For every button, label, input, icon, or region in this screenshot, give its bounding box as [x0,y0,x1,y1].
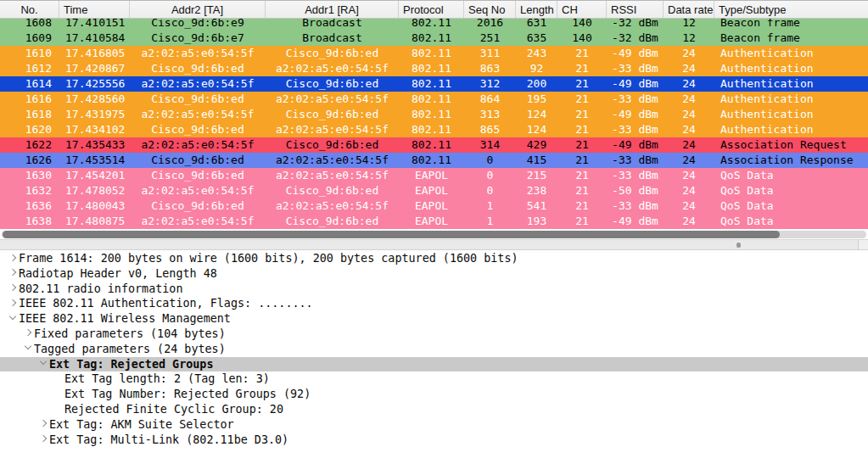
tree-item[interactable]: IEEE 802.11 Wireless Management [0,311,868,327]
column-header-ch[interactable]: CH [557,1,607,18]
cell-type-subtype: Beacon frame [714,31,868,46]
cell-no: 1608 [0,19,59,31]
tree-item[interactable]: Ext Tag length: 2 (Tag len: 3) [0,371,868,387]
cell-time: 17.454201 [59,168,130,183]
cell-data-rate: 24 [664,122,714,137]
cell-protocol: EAPOL [399,198,464,214]
column-header-time[interactable]: Time [59,1,130,18]
splitter-handle-icon[interactable] [736,243,741,248]
tree-item[interactable]: Ext Tag: AKM Suite Selector [0,417,868,433]
scrollbar-thumb[interactable] [3,231,780,238]
chevron-right-icon[interactable] [37,419,49,427]
tree-item-label: Rejected Finite Cyclic Group: 20 [64,403,283,416]
column-header-addr2-ta[interactable]: Addr2 [TA] [130,1,266,18]
chevron-down-icon[interactable] [37,359,49,367]
packet-row-1609[interactable]: 160917.410584Cisco_9d:6b:e7Broadcast802.… [0,31,868,46]
cell-ch: 21 [557,122,607,137]
cell-no: 1612 [0,61,59,76]
chevron-right-icon[interactable] [7,268,19,276]
packet-row-1608[interactable]: 160817.410151Cisco_9d:6b:e9Broadcast802.… [0,19,868,31]
column-header-data-rate[interactable]: Data rate [664,1,714,18]
tree-item-label: Tagged parameters (24 bytes) [34,343,226,355]
cell-addr2-ta: Cisco_9d:6b:ed [130,198,266,214]
chevron-right-icon[interactable] [7,254,19,262]
pane-splitter[interactable] [0,239,868,250]
packet-list-rows: 160817.410151Cisco_9d:6b:e9Broadcast802.… [0,19,868,229]
cell-data-rate: 24 [664,214,714,229]
cell-length: 193 [516,214,557,229]
packet-row-1614[interactable]: 161417.425556a2:02:a5:e0:54:5fCisco_9d:6… [0,76,868,92]
cell-type-subtype: Authentication [714,92,868,107]
cell-addr1-ra: a2:02:a5:e0:54:5f [266,198,399,214]
chevron-down-icon[interactable] [22,344,34,352]
cell-no: 1620 [0,122,59,137]
cell-type-subtype: Authentication [714,122,868,137]
cell-seq-no: 313 [464,107,516,122]
packet-row-1610[interactable]: 161017.416805a2:02:a5:e0:54:5fCisco_9d:6… [0,46,868,61]
cell-rssi: -33 dBm [607,92,664,107]
tree-item[interactable]: Tagged parameters (24 bytes) [0,342,868,357]
tree-item[interactable]: Ext Tag: Rejected Groups [0,357,868,372]
packet-list-pane: No.TimeAddr2 [TA]Addr1 [RA]ProtocolSeq N… [0,0,868,229]
cell-addr1-ra: Cisco_9d:6b:ed [266,46,399,61]
column-header-protocol[interactable]: Protocol [399,1,464,18]
packet-row-1616[interactable]: 161617.428560Cisco_9d:6b:eda2:02:a5:e0:5… [0,92,868,107]
chevron-right-icon[interactable] [7,283,19,292]
cell-data-rate: 24 [664,46,714,61]
cell-addr2-ta: a2:02:a5:e0:54:5f [130,107,266,122]
tree-item[interactable]: Radiotap Header v0, Length 48 [0,266,868,282]
column-header-length[interactable]: Length [516,1,557,18]
column-header-rssi[interactable]: RSSI [607,1,664,18]
cell-length: 541 [516,198,557,214]
cell-no: 1618 [0,107,59,122]
cell-addr1-ra: Cisco_9d:6b:ed [266,107,399,122]
cell-data-rate: 24 [664,153,714,168]
packet-row-1632[interactable]: 163217.478052a2:02:a5:e0:54:5fCisco_9d:6… [0,183,868,198]
column-header-seq-no[interactable]: Seq No [464,1,516,18]
chevron-down-icon[interactable] [7,314,19,322]
scrollbar-corner [858,240,868,249]
tree-item[interactable]: Ext Tag: Multi-Link (802.11be D3.0) [0,433,868,448]
packet-row-1638[interactable]: 163817.480875a2:02:a5:e0:54:5fCisco_9d:6… [0,214,868,229]
horizontal-scrollbar[interactable] [0,229,868,239]
column-header-addr1-ra[interactable]: Addr1 [RA] [266,1,399,18]
cell-addr2-ta: Cisco_9d:6b:ed [130,153,266,168]
tree-item[interactable]: 802.11 radio information [0,282,868,297]
cell-ch: 21 [557,92,607,107]
packet-row-1626[interactable]: 162617.453514Cisco_9d:6b:eda2:02:a5:e0:5… [0,153,868,168]
packet-list-header: No.TimeAddr2 [TA]Addr1 [RA]ProtocolSeq N… [0,0,868,19]
column-header-type-subtype[interactable]: Type/Subtype [714,1,868,18]
cell-no: 1609 [0,31,59,46]
cell-time: 17.425556 [59,76,130,92]
tree-item[interactable]: Frame 1614: 200 bytes on wire (1600 bits… [0,251,868,266]
cell-type-subtype: Beacon frame [714,19,868,31]
cell-seq-no: 863 [464,61,516,76]
tree-item[interactable]: Rejected Finite Cyclic Group: 20 [0,402,868,417]
chevron-right-icon[interactable] [37,434,49,443]
packet-row-1612[interactable]: 161217.420867Cisco_9d:6b:eda2:02:a5:e0:5… [0,61,868,76]
cell-seq-no: 1 [464,214,516,229]
tree-item[interactable]: IEEE 802.11 Authentication, Flags: .....… [0,296,868,311]
cell-seq-no: 0 [464,153,516,168]
cell-addr1-ra: a2:02:a5:e0:54:5f [266,153,399,168]
cell-data-rate: 24 [664,137,714,153]
cell-protocol: 802.11 [399,19,464,31]
packet-row-1622[interactable]: 162217.435433a2:02:a5:e0:54:5fCisco_9d:6… [0,137,868,153]
cell-data-rate: 24 [664,107,714,122]
chevron-right-icon[interactable] [22,328,34,337]
cell-length: 243 [516,46,557,61]
packet-row-1620[interactable]: 162017.434102Cisco_9d:6b:eda2:02:a5:e0:5… [0,122,868,137]
tree-item[interactable]: Fixed parameters (104 bytes) [0,327,868,342]
chevron-right-icon[interactable] [7,299,19,307]
packet-row-1618[interactable]: 161817.431975a2:02:a5:e0:54:5fCisco_9d:6… [0,107,868,122]
cell-protocol: 802.11 [399,61,464,76]
cell-seq-no: 1 [464,198,516,214]
cell-time: 17.453514 [59,153,130,168]
packet-row-1636[interactable]: 163617.480043Cisco_9d:6b:eda2:02:a5:e0:5… [0,198,868,214]
cell-length: 635 [516,31,557,46]
column-header-no[interactable]: No. [0,1,59,18]
tree-item[interactable]: Ext Tag Number: Rejected Groups (92) [0,387,868,402]
cell-no: 1626 [0,153,59,168]
packet-row-1630[interactable]: 163017.454201Cisco_9d:6b:eda2:02:a5:e0:5… [0,168,868,183]
cell-addr1-ra: a2:02:a5:e0:54:5f [266,92,399,107]
